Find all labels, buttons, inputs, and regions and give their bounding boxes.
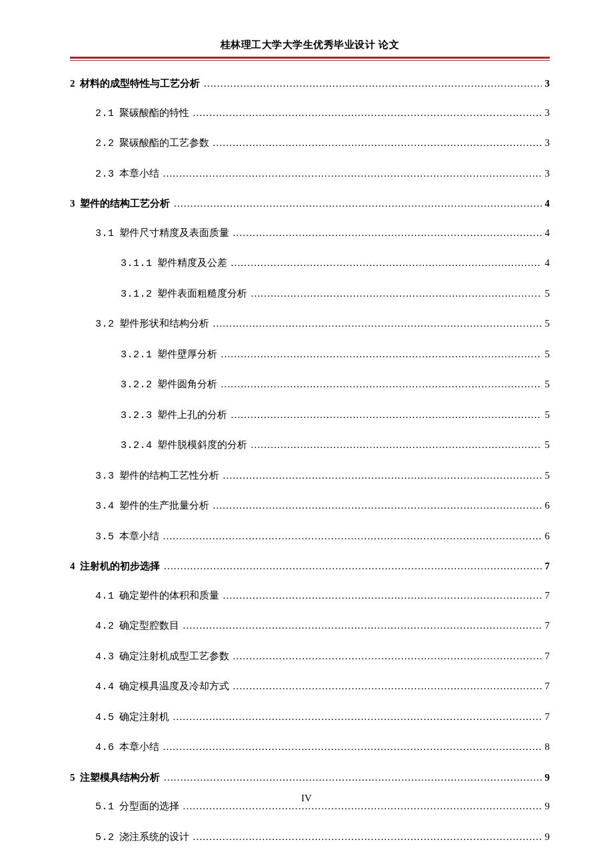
toc-entry: 5.2浇注系统的设计9 [70, 831, 550, 844]
toc-entry-page: 5 [543, 409, 550, 421]
toc-entry-title: 塑件的结构工艺分析 [80, 197, 170, 209]
toc-entry: 3.2.3塑件上孔的分析5 [70, 409, 550, 422]
toc-entry-number: 3.4 [95, 501, 115, 513]
toc-entry-title: 塑件圆角分析 [157, 378, 217, 390]
toc-leader-dots [233, 680, 542, 692]
toc-leader-dots [163, 741, 542, 753]
toc-leader-dots [233, 650, 542, 662]
toc-entry: 3.2.1塑件壁厚分析5 [70, 348, 550, 361]
toc-entry-page: 9 [543, 771, 550, 783]
toc-entry-number: 2.2 [95, 138, 115, 150]
toc-entry-number: 4 [70, 560, 75, 572]
toc-entry-title: 材料的成型特性与工艺分析 [80, 77, 200, 89]
toc-entry: 2.1聚碳酸酯的特性3 [70, 107, 550, 120]
toc-entry-number: 4.3 [95, 651, 115, 663]
toc-leader-dots [163, 530, 542, 542]
toc-leader-dots [183, 619, 542, 631]
toc-entry-title: 本章小结 [119, 167, 159, 179]
toc-entry-number: 3.2.3 [121, 410, 153, 422]
toc-entry-title: 聚碳酸酯的特性 [119, 107, 189, 119]
toc-entry-page: 7 [543, 680, 550, 692]
toc-leader-dots [173, 711, 542, 723]
table-of-contents: 2材料的成型特性与工艺分析32.1聚碳酸酯的特性32.2聚碳酸酯的工艺参数32.… [70, 77, 550, 844]
toc-entry-title: 确定模具温度及冷却方式 [119, 680, 229, 692]
toc-entry: 3.1.2塑件表面粗糙度分析5 [70, 287, 550, 301]
toc-entry-page: 9 [543, 831, 550, 843]
toc-leader-dots [193, 831, 542, 843]
page-header-title: 桂林理工大学大学生优秀毕业设计 论文 [70, 39, 550, 51]
toc-entry: 2.3本章小结3 [70, 167, 550, 181]
toc-leader-dots [223, 469, 542, 481]
toc-entry-number: 5.2 [95, 832, 115, 844]
toc-entry: 5注塑模具结构分析9 [70, 771, 550, 783]
toc-entry-page: 5 [543, 469, 550, 481]
toc-entry-number: 4.1 [95, 591, 115, 603]
toc-entry-page: 7 [543, 619, 550, 631]
toc-entry-number: 2.1 [95, 108, 115, 120]
toc-entry: 3.3塑件的结构工艺性分析5 [70, 469, 550, 483]
toc-leader-dots [213, 137, 542, 149]
toc-entry-page: 6 [543, 499, 550, 511]
toc-entry: 3塑件的结构工艺分析4 [70, 197, 550, 209]
toc-leader-dots [213, 317, 542, 329]
toc-entry-number: 3.1.2 [121, 289, 153, 301]
toc-entry-number: 3.2.1 [121, 349, 153, 361]
toc-leader-dots [251, 287, 542, 299]
toc-entry-page: 7 [543, 560, 550, 572]
toc-entry-title: 塑件精度及公差 [157, 257, 227, 269]
toc-leader-dots [213, 499, 542, 511]
toc-entry-page: 4 [543, 227, 550, 239]
toc-entry-number: 3.1 [95, 228, 115, 240]
toc-leader-dots [233, 227, 542, 239]
toc-leader-dots [204, 77, 542, 89]
toc-entry-title: 注射机的初步选择 [80, 560, 160, 572]
toc-leader-dots [164, 771, 542, 783]
toc-leader-dots [231, 257, 542, 269]
toc-entry: 4.2确定型腔数目7 [70, 619, 550, 633]
toc-entry-title: 本章小结 [119, 741, 159, 753]
toc-entry-number: 4.5 [95, 712, 115, 724]
toc-entry-title: 塑件形状和结构分析 [119, 317, 209, 329]
toc-entry-number: 4.6 [95, 742, 115, 754]
toc-leader-dots [174, 197, 542, 209]
toc-entry: 2材料的成型特性与工艺分析3 [70, 77, 550, 89]
toc-entry-title: 塑件表面粗糙度分析 [157, 287, 247, 299]
toc-entry-number: 4.4 [95, 681, 115, 693]
toc-entry-page: 5 [543, 348, 550, 360]
toc-entry-number: 2 [70, 77, 75, 89]
toc-entry-number: 3.2 [95, 319, 115, 331]
toc-entry-page: 8 [543, 741, 550, 753]
toc-leader-dots [193, 107, 542, 119]
toc-entry-page: 7 [543, 711, 550, 723]
toc-entry-number: 3.1.1 [121, 258, 153, 270]
toc-entry-title: 聚碳酸酯的工艺参数 [119, 137, 209, 149]
toc-entry-page: 4 [543, 197, 550, 209]
toc-entry-title: 塑件的生产批量分析 [119, 499, 209, 511]
toc-entry-title: 塑件的结构工艺性分析 [119, 469, 219, 481]
header-rule [70, 57, 550, 59]
toc-entry-title: 塑件上孔的分析 [157, 409, 227, 421]
toc-entry-page: 6 [543, 530, 550, 542]
toc-entry: 3.5本章小结6 [70, 530, 550, 543]
toc-entry: 3.2.4塑件脱模斜度的分析5 [70, 439, 550, 452]
toc-entry-page: 3 [543, 107, 550, 119]
toc-entry: 3.4塑件的生产批量分析6 [70, 499, 550, 513]
toc-entry-number: 3.2.2 [121, 379, 153, 391]
toc-entry: 3.2塑件形状和结构分析5 [70, 317, 550, 331]
toc-entry-title: 塑件壁厚分析 [157, 348, 217, 360]
page-number: IV [0, 793, 613, 804]
toc-leader-dots [163, 167, 542, 179]
toc-entry-page: 7 [543, 589, 550, 601]
toc-entry-title: 注塑模具结构分析 [80, 771, 160, 783]
toc-entry-page: 5 [543, 287, 550, 299]
toc-entry-title: 确定塑件的体积和质量 [119, 589, 219, 601]
toc-entry-page: 7 [543, 650, 550, 662]
toc-entry-page: 4 [543, 257, 550, 269]
toc-entry: 3.1.1塑件精度及公差4 [70, 257, 550, 270]
toc-entry: 4.5确定注射机7 [70, 711, 550, 724]
toc-entry-title: 塑件脱模斜度的分析 [157, 439, 247, 451]
toc-entry: 4注射机的初步选择7 [70, 560, 550, 572]
toc-leader-dots [164, 560, 542, 572]
toc-entry: 4.1确定塑件的体积和质量7 [70, 589, 550, 603]
toc-leader-dots [251, 439, 542, 451]
